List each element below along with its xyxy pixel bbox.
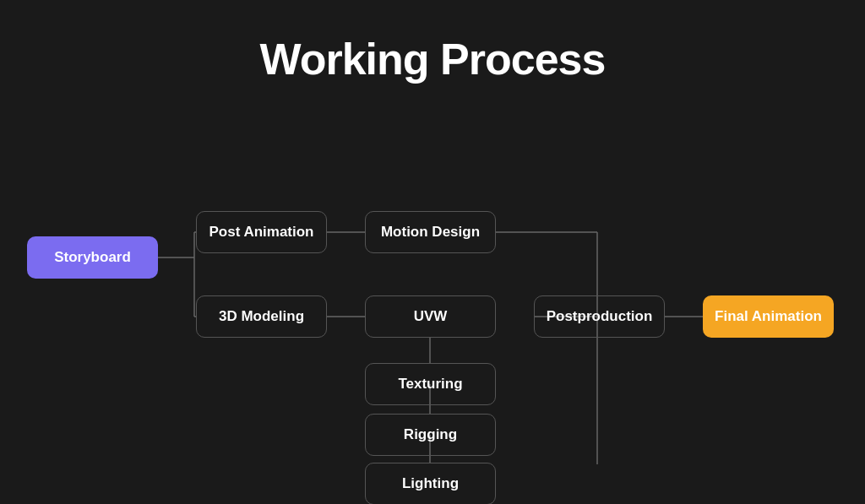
- 3d-modeling-node: 3D Modeling: [196, 295, 327, 338]
- rigging-node: Rigging: [365, 414, 496, 456]
- motion-design-label: Motion Design: [381, 224, 480, 241]
- texturing-node: Texturing: [365, 363, 496, 405]
- texturing-label: Texturing: [398, 376, 462, 393]
- diagram-container: Storyboard Post Animation 3D Modeling Mo…: [10, 110, 855, 464]
- postproduction-label: Postproduction: [547, 308, 653, 325]
- rigging-label: Rigging: [404, 426, 457, 443]
- uvw-label: UVW: [414, 308, 448, 325]
- connections-svg: [10, 110, 855, 464]
- final-animation-node: Final Animation: [703, 295, 834, 338]
- storyboard-label: Storyboard: [54, 249, 131, 266]
- lighting-node: Lighting: [365, 463, 496, 504]
- lighting-label: Lighting: [402, 475, 459, 492]
- page-title: Working Process: [260, 34, 606, 84]
- motion-design-node: Motion Design: [365, 211, 496, 253]
- storyboard-node: Storyboard: [27, 236, 158, 279]
- final-animation-label: Final Animation: [715, 308, 822, 325]
- post-animation-label: Post Animation: [209, 224, 313, 241]
- uvw-node: UVW: [365, 295, 496, 338]
- 3d-modeling-label: 3D Modeling: [219, 308, 304, 325]
- postproduction-node: Postproduction: [534, 295, 665, 338]
- post-animation-node: Post Animation: [196, 211, 327, 253]
